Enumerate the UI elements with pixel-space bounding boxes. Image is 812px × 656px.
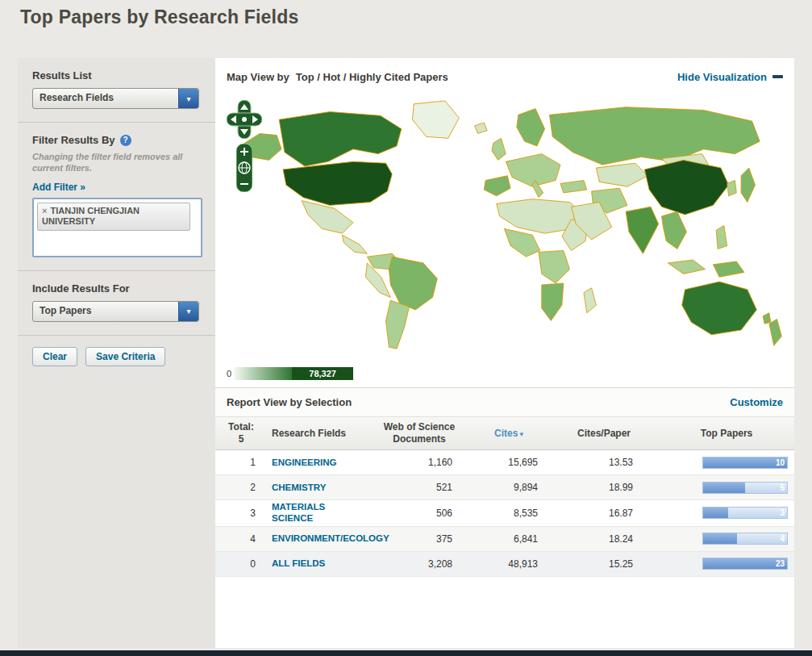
chevron-down-icon[interactable]: ▾ bbox=[178, 89, 198, 108]
chevron-down-icon[interactable]: ▾ bbox=[178, 302, 198, 321]
row-rank: 3 bbox=[215, 508, 267, 519]
table-header: Total: 5 Research Fields Web of Science … bbox=[215, 417, 794, 450]
filter-section: Filter Results By ? Changing the filter … bbox=[18, 123, 215, 270]
row-documents: 506 bbox=[370, 508, 468, 519]
row-cites-per-paper: 16.87 bbox=[549, 508, 659, 519]
page-title: Top Papers by Research Fields bbox=[20, 6, 298, 28]
field-link[interactable]: ENGINEERING bbox=[272, 458, 337, 469]
row-rank: 0 bbox=[215, 558, 267, 570]
north-america[interactable] bbox=[243, 101, 460, 253]
top-papers-value: 23 bbox=[776, 558, 785, 569]
oceania[interactable] bbox=[682, 282, 782, 345]
include-results-dropdown[interactable]: Top Papers ▾ bbox=[32, 301, 199, 322]
top-papers-bar: 10 bbox=[702, 457, 788, 469]
table-row: 4 ENVIRONMENT/ECOLOGY 375 6,841 18.24 4 bbox=[215, 527, 794, 552]
results-list-label: Results List bbox=[32, 69, 201, 81]
row-cites-per-paper: 18.99 bbox=[549, 482, 659, 493]
results-list-selected: Research Fields bbox=[33, 89, 178, 108]
content-panel: Results List Research Fields ▾ Filter Re… bbox=[18, 58, 794, 648]
row-cites: 8,535 bbox=[468, 508, 549, 519]
row-cites-per-paper: 15.25 bbox=[549, 558, 659, 570]
row-cites-per-paper: 18.24 bbox=[549, 533, 659, 545]
row-rank: 4 bbox=[215, 533, 267, 545]
save-criteria-button[interactable]: Save Criteria bbox=[85, 347, 165, 366]
documents-header: Web of Science Documents bbox=[370, 421, 468, 445]
zoom-out-icon[interactable] bbox=[240, 183, 248, 185]
table-row-all-fields: 0 ALL FIELDS 3,208 48,913 15.25 23 bbox=[215, 552, 794, 577]
table-row: 1 ENGINEERING 1,160 15,695 13.53 10 bbox=[215, 450, 794, 475]
row-documents: 521 bbox=[370, 482, 468, 493]
include-results-label: Include Results For bbox=[32, 282, 201, 295]
map-pan-control[interactable] bbox=[227, 100, 262, 139]
map-visualization[interactable] bbox=[215, 95, 794, 360]
map-zoom-control[interactable] bbox=[236, 144, 252, 192]
field-link[interactable]: CHEMISTRY bbox=[272, 483, 326, 494]
filter-tag-label: TIANJIN CHENGJIAN UNIVERSITY bbox=[42, 206, 139, 227]
top-papers-header: Top Papers bbox=[659, 428, 794, 439]
main-panel: Map View by Top / Hot / Highly Cited Pap… bbox=[215, 58, 794, 648]
row-cites-per-paper: 13.53 bbox=[549, 457, 659, 468]
cites-sort-header[interactable]: Cites▾ bbox=[468, 428, 549, 439]
zoom-in-icon[interactable] bbox=[240, 151, 248, 153]
remove-filter-icon[interactable]: × bbox=[42, 206, 47, 215]
results-list-section: Results List Research Fields ▾ bbox=[18, 58, 215, 122]
map-view-header: Map View by Top / Hot / Highly Cited Pap… bbox=[215, 58, 794, 95]
top-papers-bar: 4 bbox=[702, 533, 788, 545]
hide-visualization-link[interactable]: Hide Visualization bbox=[677, 71, 783, 83]
clear-button[interactable]: Clear bbox=[32, 347, 77, 366]
table-row: 2 CHEMISTRY 521 9,894 18.99 5 bbox=[215, 475, 794, 500]
asia[interactable] bbox=[549, 107, 760, 278]
row-documents: 1,160 bbox=[370, 457, 468, 468]
sidebar-buttons-section: Clear Save Criteria bbox=[18, 336, 215, 379]
map-view-label: Map View by bbox=[227, 71, 289, 83]
cites-per-paper-header: Cites/Paper bbox=[549, 428, 659, 439]
top-papers-value: 5 bbox=[780, 483, 785, 493]
top-papers-value: 10 bbox=[776, 458, 785, 468]
report-view-title: Report View by Selection bbox=[227, 396, 352, 408]
europe[interactable] bbox=[475, 109, 560, 198]
row-cites: 15,695 bbox=[468, 457, 549, 468]
filter-list-box[interactable]: ×TIANJIN CHENGJIAN UNIVERSITY bbox=[32, 198, 202, 257]
world-map-svg[interactable] bbox=[236, 95, 789, 358]
row-documents: 3,208 bbox=[370, 558, 468, 570]
total-header: Total: 5 bbox=[215, 421, 267, 445]
bottom-bar bbox=[0, 650, 812, 656]
sidebar: Results List Research Fields ▾ Filter Re… bbox=[18, 58, 215, 648]
results-list-dropdown[interactable]: Research Fields ▾ bbox=[32, 88, 199, 109]
south-america[interactable] bbox=[365, 253, 437, 349]
row-cites: 6,841 bbox=[468, 533, 549, 545]
legend-max-value: 78,327 bbox=[292, 367, 353, 380]
row-cites: 9,894 bbox=[468, 482, 549, 493]
top-papers-value: 3 bbox=[780, 508, 785, 518]
row-rank: 1 bbox=[215, 457, 267, 468]
top-papers-bar: 3 bbox=[702, 507, 788, 519]
top-papers-bar: 23 bbox=[702, 558, 788, 570]
row-cites: 48,913 bbox=[468, 558, 549, 570]
help-icon[interactable]: ? bbox=[120, 135, 131, 146]
map-view-title: Top / Hot / Highly Cited Papers bbox=[296, 71, 448, 83]
filter-tag[interactable]: ×TIANJIN CHENGJIAN UNIVERSITY bbox=[37, 203, 190, 232]
filter-by-label: Filter Results By bbox=[32, 134, 115, 146]
row-rank: 2 bbox=[215, 482, 267, 493]
map-legend: 0 78,327 bbox=[215, 360, 794, 387]
filter-note: Changing the filter field removes all cu… bbox=[32, 151, 194, 174]
total-value: 5 bbox=[215, 433, 267, 445]
field-link[interactable]: MATERIALS SCIENCE bbox=[272, 502, 365, 524]
legend-min-value: 0 bbox=[227, 369, 231, 378]
field-link[interactable]: ENVIRONMENT/ECOLOGY bbox=[272, 533, 365, 545]
customize-link[interactable]: Customize bbox=[730, 396, 783, 408]
field-link[interactable]: ALL FIELDS bbox=[272, 558, 325, 570]
top-papers-bar: 5 bbox=[702, 482, 788, 494]
sort-desc-icon[interactable]: ▾ bbox=[519, 430, 523, 438]
legend-gradient bbox=[234, 367, 292, 380]
minus-icon[interactable] bbox=[772, 75, 783, 78]
add-filter-link[interactable]: Add Filter » bbox=[32, 182, 85, 193]
table-row: 3 MATERIALS SCIENCE 506 8,535 16.87 3 bbox=[215, 500, 794, 527]
research-fields-header: Research Fields bbox=[267, 428, 370, 439]
top-papers-value: 4 bbox=[780, 533, 785, 544]
include-results-section: Include Results For Top Papers ▾ bbox=[18, 271, 215, 335]
row-documents: 375 bbox=[370, 533, 468, 545]
report-view-header: Report View by Selection Customize bbox=[215, 387, 794, 417]
include-results-selected: Top Papers bbox=[33, 302, 178, 321]
